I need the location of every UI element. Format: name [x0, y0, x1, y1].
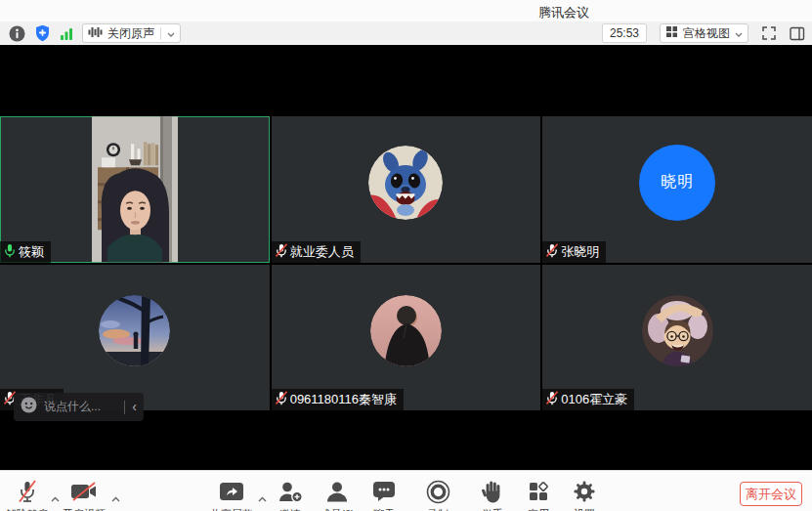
- mic-muted-large-icon: [15, 479, 40, 504]
- unmute-button[interactable]: 解除静音: [0, 479, 57, 511]
- mute-original-audio-button[interactable]: 关闭原声: [82, 23, 181, 43]
- grid-view-label: 宫格视图: [683, 25, 730, 42]
- video-tile-wangfeifan[interactable]: 王非凡: [0, 265, 270, 411]
- apps-grid-icon: [528, 479, 549, 504]
- top-toolbar-right: 25:53 宫格视图: [602, 21, 805, 45]
- invite-label: 邀请: [279, 507, 301, 511]
- settings-gear-icon: [573, 479, 596, 504]
- avatar-stitch: [368, 146, 443, 220]
- settings-label: 设置: [574, 507, 595, 511]
- mic-on-icon: [4, 243, 16, 261]
- mic-muted-icon: [546, 391, 558, 408]
- participant-name: 0106霍立豪: [561, 391, 627, 408]
- camera-off-icon: [70, 479, 98, 504]
- participant-nametag: 0961180116秦智康: [272, 389, 404, 410]
- chat-input-placeholder[interactable]: 说点什么...: [44, 399, 117, 415]
- top-toolbar: 关闭原声 25:53 宫格视图: [0, 21, 812, 46]
- mic-muted-icon: [276, 243, 287, 261]
- participant-nametag: 就业委人员: [272, 241, 361, 263]
- chat-label: 聊天: [373, 507, 395, 511]
- unmute-label: 解除静音: [6, 507, 49, 511]
- grid-view-button[interactable]: 宫格视图: [660, 23, 748, 43]
- divider: [160, 27, 161, 40]
- network-signal-icon[interactable]: [60, 27, 73, 40]
- chat-button[interactable]: 聊天: [355, 479, 413, 511]
- participant-nametag: 张晓明: [542, 241, 606, 263]
- initials-avatar: 晓明: [639, 145, 715, 221]
- share-screen-button[interactable]: 共享屏幕: [202, 479, 261, 511]
- chevron-down-icon[interactable]: [735, 26, 743, 40]
- meeting-info-icon[interactable]: [9, 25, 25, 42]
- fullscreen-icon[interactable]: [761, 25, 777, 41]
- mic-muted-icon: [546, 243, 558, 261]
- raise-hand-icon: [482, 479, 503, 504]
- video-stage: 筱颖: [0, 45, 812, 470]
- share-screen-label: 共享屏幕: [210, 507, 253, 511]
- window-title: 腾讯会议: [538, 4, 589, 21]
- avatar-cartoon-boy: [642, 295, 713, 366]
- collapse-chat-icon[interactable]: ‹: [132, 400, 137, 415]
- participant-name: 就业委人员: [290, 243, 354, 261]
- avatar-initials: 晓明: [661, 172, 694, 192]
- bottom-toolbar: 解除静音 开启视频 共享屏幕 邀请 成员(6) 聊天: [0, 470, 812, 511]
- participant-nametag: 筱颖: [0, 241, 51, 263]
- chat-bubble-icon: [372, 479, 396, 504]
- members-label: 成员(6): [320, 507, 354, 511]
- avatar-man-in-suit: [370, 295, 442, 366]
- participant-name: 0961180116秦智康: [290, 391, 397, 408]
- record-button[interactable]: 录制: [408, 479, 467, 511]
- start-video-button[interactable]: 开启视频: [55, 479, 113, 511]
- avatar-dusk-scenery: [99, 295, 170, 366]
- video-tile-zhangxiaoming[interactable]: 晓明 张晓明: [542, 116, 812, 263]
- raise-hand-label: 举手: [482, 507, 503, 511]
- side-panel-icon[interactable]: [790, 26, 805, 41]
- members-person-icon: [325, 479, 349, 504]
- video-tile-qinzhikang[interactable]: 0961180116秦智康: [272, 265, 541, 411]
- grid-view-icon: [665, 25, 678, 41]
- divider: [124, 401, 125, 414]
- share-screen-icon: [219, 479, 244, 504]
- security-shield-icon[interactable]: [34, 24, 51, 42]
- invite-person-icon: [278, 479, 303, 504]
- live-video-feed: [92, 116, 178, 263]
- video-options-chevron-icon[interactable]: [111, 489, 120, 506]
- participant-grid: 筱颖: [0, 116, 812, 410]
- video-tile-xiaoying[interactable]: 筱颖: [0, 116, 270, 263]
- participant-nametag: 0106霍立豪: [542, 389, 634, 410]
- top-toolbar-left: 关闭原声: [0, 23, 181, 43]
- mic-muted-icon: [276, 391, 287, 408]
- quick-chat-bar[interactable]: 说点什么... ‹: [14, 393, 144, 421]
- audio-wave-icon: [88, 26, 103, 41]
- titlebar: 腾讯会议: [0, 0, 812, 21]
- participant-name: 张晓明: [561, 243, 599, 261]
- apps-label: 应用: [528, 507, 549, 511]
- start-video-label: 开启视频: [63, 507, 106, 511]
- mute-original-audio-label: 关闭原声: [107, 25, 154, 42]
- video-tile-jiuyewei[interactable]: 就业委人员: [272, 116, 541, 263]
- record-label: 录制: [427, 507, 449, 511]
- settings-button[interactable]: 设置: [555, 479, 614, 511]
- leave-meeting-button[interactable]: 离开会议: [740, 482, 802, 506]
- meeting-timer: 25:53: [602, 23, 647, 43]
- emoji-icon[interactable]: [21, 397, 37, 417]
- video-tile-huolihao[interactable]: 0106霍立豪: [542, 265, 812, 411]
- chevron-down-icon[interactable]: [167, 26, 175, 40]
- participant-name: 筱颖: [19, 243, 44, 261]
- record-circle-icon: [426, 479, 450, 504]
